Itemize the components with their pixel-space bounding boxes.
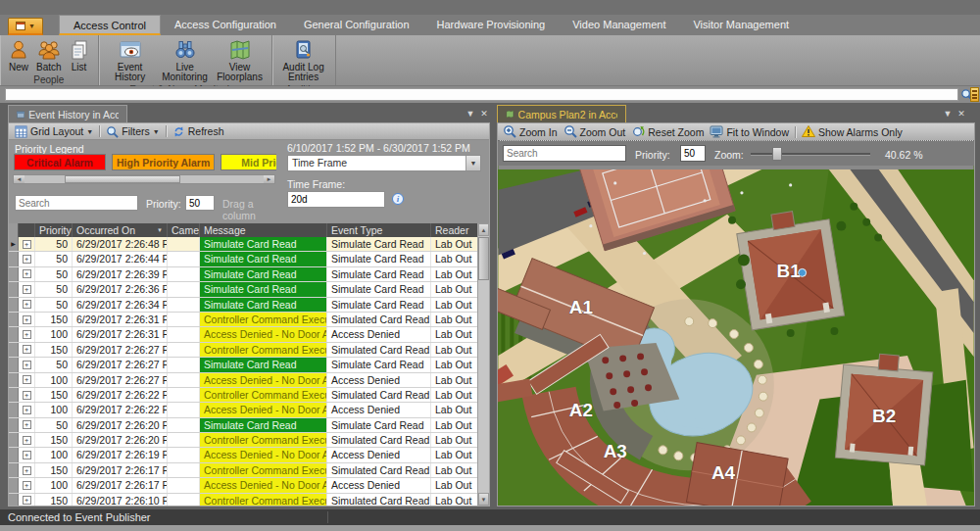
- expand-plus-icon[interactable]: +: [23, 240, 31, 249]
- table-row[interactable]: +506/29/2017 2:26:36 PMSimulate Card Rea…: [9, 282, 489, 297]
- priority-input[interactable]: [185, 195, 215, 211]
- audit-log-entries-button[interactable]: Audit Log Entries: [276, 37, 331, 83]
- table-row[interactable]: +1006/29/2017 2:26:17 PMAccess Denied - …: [9, 478, 489, 493]
- expand-cell[interactable]: +: [19, 388, 35, 402]
- legend-high-priority-alarm-button[interactable]: High Priority Alarm: [112, 154, 215, 170]
- ribbon-tab-hardware-provisioning[interactable]: Hardware Provisioning: [423, 15, 560, 35]
- batch-button[interactable]: Batch: [33, 37, 65, 73]
- column-header-message[interactable]: Message: [200, 223, 327, 237]
- table-row[interactable]: ▶+506/29/2017 2:26:48 PMSimulate Card Re…: [9, 237, 489, 252]
- expand-cell[interactable]: +: [19, 433, 35, 447]
- table-row[interactable]: +1006/29/2017 2:26:31 PMAccess Denied - …: [9, 327, 489, 342]
- scroll-right-arrow-icon[interactable]: ►: [264, 175, 274, 183]
- map-search-input[interactable]: [503, 145, 626, 162]
- zoom-out-button[interactable]: Zoom Out: [564, 124, 626, 140]
- table-row[interactable]: +1506/29/2017 2:26:22 PMController Comma…: [9, 388, 489, 403]
- scroll-down-arrow-icon[interactable]: ▼: [478, 493, 489, 506]
- expand-plus-icon[interactable]: +: [23, 496, 31, 505]
- expand-plus-icon[interactable]: +: [23, 285, 31, 294]
- expand-plus-icon[interactable]: +: [23, 255, 31, 264]
- column-header-reader[interactable]: Reader: [431, 223, 479, 237]
- table-row[interactable]: +506/29/2017 2:26:20 PMSimulate Card Rea…: [9, 418, 489, 433]
- expand-plus-icon[interactable]: +: [23, 361, 31, 369]
- ribbon-tab-general-configuration[interactable]: General Configuration: [290, 15, 423, 35]
- refresh-button[interactable]: Refresh: [171, 125, 226, 138]
- scrollbar-thumb[interactable]: [65, 175, 180, 183]
- event-history-button[interactable]: Event History: [103, 37, 158, 83]
- expand-cell[interactable]: +: [19, 343, 35, 357]
- table-row[interactable]: +1506/29/2017 2:26:27 PMController Comma…: [9, 343, 489, 358]
- column-header-priority[interactable]: Priority: [35, 223, 73, 237]
- map-priority-input[interactable]: [680, 145, 706, 162]
- zoom-slider[interactable]: [751, 153, 870, 155]
- time-frame-dropdown[interactable]: Time Frame ▼: [287, 155, 481, 171]
- tab-event-history[interactable]: Event History in AccessXpert: [8, 105, 127, 122]
- ribbon-tab-visitor-management[interactable]: Visitor Management: [679, 15, 803, 35]
- expand-cell[interactable]: +: [19, 358, 35, 371]
- legend-critical-alarm-button[interactable]: Critical Alarm: [14, 154, 106, 170]
- table-row[interactable]: +506/29/2017 2:26:44 PMSimulate Card Rea…: [9, 252, 489, 266]
- expand-cell[interactable]: +: [19, 298, 35, 312]
- expand-cell[interactable]: +: [19, 403, 35, 416]
- new-button[interactable]: New: [4, 37, 33, 73]
- global-search-input[interactable]: [5, 88, 958, 101]
- expand-cell[interactable]: +: [19, 313, 35, 326]
- expand-plus-icon[interactable]: +: [23, 345, 31, 354]
- legend-scrollbar[interactable]: ◄ ►: [13, 174, 275, 184]
- expand-plus-icon[interactable]: +: [23, 269, 31, 278]
- expand-cell[interactable]: +: [19, 267, 35, 281]
- zoom-slider-thumb[interactable]: [772, 147, 782, 161]
- table-row[interactable]: +1506/29/2017 2:26:10 PMController Comma…: [9, 494, 489, 506]
- ribbon-tab-video-management[interactable]: Video Management: [559, 15, 679, 35]
- table-row[interactable]: +1006/29/2017 2:26:27 PMAccess Denied - …: [9, 373, 489, 388]
- expand-plus-icon[interactable]: +: [23, 300, 31, 309]
- table-row[interactable]: +1006/29/2017 2:26:22 PMAccess Denied - …: [9, 403, 489, 417]
- reset-zoom-button[interactable]: Reset Zoom: [631, 124, 704, 140]
- expand-cell[interactable]: +: [19, 282, 35, 296]
- scroll-left-arrow-icon[interactable]: ◄: [14, 175, 24, 183]
- expand-plus-icon[interactable]: +: [23, 330, 31, 339]
- scrollbar-thumb[interactable]: [478, 237, 489, 280]
- event-search-input[interactable]: [15, 195, 138, 211]
- table-row[interactable]: +506/29/2017 2:26:27 PMSimulate Card Rea…: [9, 358, 489, 372]
- ribbon-tab-access-configuration[interactable]: Access Configuration: [161, 15, 290, 35]
- time-frame-input[interactable]: [287, 191, 385, 208]
- expand-cell[interactable]: +: [19, 494, 35, 506]
- view-floorplans-button[interactable]: View Floorplans: [213, 37, 268, 83]
- expand-plus-icon[interactable]: +: [23, 481, 31, 490]
- expand-plus-icon[interactable]: +: [23, 420, 31, 429]
- expand-cell[interactable]: +: [19, 237, 35, 251]
- panel-close-button[interactable]: ✕: [478, 109, 490, 119]
- table-row[interactable]: +1506/29/2017 2:26:31 PMController Comma…: [9, 313, 489, 327]
- org-structure-button[interactable]: [970, 87, 979, 102]
- scroll-up-arrow-icon[interactable]: ▲: [478, 223, 489, 236]
- live-monitoring-button[interactable]: Live Monitoring: [158, 37, 213, 83]
- legend-mid-priorit-button[interactable]: Mid Priorit: [220, 154, 276, 170]
- filters-button[interactable]: Filters▼: [104, 125, 162, 138]
- table-row[interactable]: +1006/29/2017 2:26:19 PMAccess Denied - …: [9, 448, 489, 462]
- expand-plus-icon[interactable]: +: [23, 406, 31, 414]
- show-alarms-only-button[interactable]: Show Alarms Only: [802, 124, 903, 140]
- campus-map[interactable]: A1 B1 A2 A3 A4 B2: [498, 166, 974, 506]
- expand-plus-icon[interactable]: +: [23, 391, 31, 400]
- table-row[interactable]: +506/29/2017 2:26:39 PMSimulate Card Rea…: [9, 267, 489, 282]
- column-header-occurred-on[interactable]: Occurred On▼: [73, 223, 168, 237]
- expand-plus-icon[interactable]: +: [23, 466, 31, 475]
- ribbon-tab-access-control[interactable]: Access Control: [59, 15, 161, 35]
- table-row[interactable]: +1506/29/2017 2:26:17 PMController Comma…: [9, 463, 489, 478]
- column-header-camera[interactable]: Camera: [168, 223, 200, 237]
- list-button[interactable]: List: [65, 37, 94, 73]
- expand-plus-icon[interactable]: +: [23, 315, 31, 324]
- expand-cell[interactable]: +: [19, 418, 35, 432]
- table-scrollbar[interactable]: ▲ ▼: [477, 223, 489, 506]
- expand-plus-icon[interactable]: +: [23, 375, 31, 384]
- expand-cell[interactable]: +: [19, 373, 35, 387]
- table-row[interactable]: +1506/29/2017 2:26:20 PMController Comma…: [9, 433, 489, 448]
- expand-cell[interactable]: +: [19, 448, 35, 461]
- chevron-down-icon[interactable]: ▼: [466, 156, 480, 170]
- expand-cell[interactable]: +: [19, 463, 35, 477]
- column-header-event-type[interactable]: Event Type: [327, 223, 431, 237]
- grid-layout-button[interactable]: Grid Layout▼: [13, 125, 95, 138]
- expand-plus-icon[interactable]: +: [23, 436, 31, 445]
- panel-close-button[interactable]: ✕: [956, 109, 967, 119]
